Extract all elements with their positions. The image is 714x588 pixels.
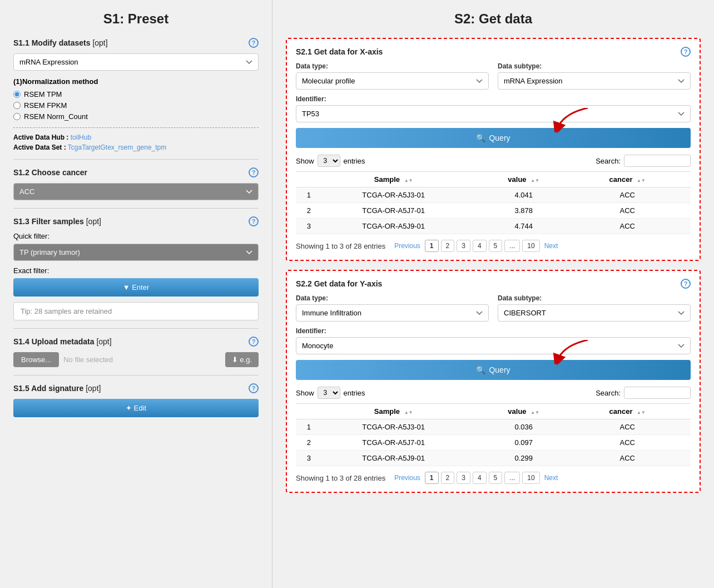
edit-button[interactable]: ✦ Edit (13, 399, 259, 417)
hub-link[interactable]: toilHub (71, 134, 91, 141)
s2-2-form-row: Data type: Immune Infiltration Data subt… (296, 294, 691, 322)
s2-1-table: Sample ▲▼ value ▲▼ cancer ▲▼ 1 TCGA-OR-A… (296, 171, 691, 234)
s2-1-next-button[interactable]: Next (542, 240, 561, 251)
s2-2-identifier-select[interactable]: Monocyte (296, 337, 691, 354)
s2-1-query-button[interactable]: 🔍 🔍 Query Query (296, 128, 691, 148)
quick-filter-label: Quick filter: (13, 232, 259, 240)
s1-2-help-icon[interactable]: ? (249, 167, 259, 177)
quick-filter-select[interactable]: TP (primary tumor) (13, 244, 259, 261)
s2-1-data-type-group: Data type: Molecular profile (296, 62, 489, 90)
s1-2-header: S1.2 Choose cancer ? (13, 167, 259, 177)
s2-2-page-1[interactable]: 1 (425, 472, 439, 484)
s2-2-query-button[interactable]: 🔍 Query (296, 360, 691, 380)
s1-3-help-icon[interactable]: ? (249, 216, 259, 226)
browse-button[interactable]: Browse... (13, 352, 59, 367)
section-divider-2 (13, 208, 259, 209)
s1-4-title: S1.4 Upload metadata [opt] (13, 337, 112, 346)
s2-1-title: S2.1 Get data for X-axis (296, 47, 383, 56)
s2-2-prev-button[interactable]: Previous (392, 472, 423, 483)
table-row: 1 TCGA-OR-A5J3-01 0.036 ACC (296, 419, 691, 435)
s2-1-search-input[interactable] (624, 155, 691, 167)
s2-2-table-controls: Show 3 entries Search: (296, 387, 691, 399)
s2-1-page-2[interactable]: 2 (441, 240, 455, 252)
s2-2-data-subtype-select[interactable]: CIBERSORT (498, 304, 691, 322)
s1-1-help-icon[interactable]: ? (249, 38, 259, 48)
s2-1-show-entries: Show 3 entries (296, 155, 365, 167)
s2-1-header: S2.1 Get data for X-axis ? (296, 47, 691, 57)
s2-2-page-5[interactable]: 5 (489, 472, 503, 484)
s2-1-search-box: Search: (596, 155, 691, 167)
s2-1-pagination: Showing 1 to 3 of 28 entries Previous 1 … (296, 240, 691, 252)
s2-2-help-icon[interactable]: ? (681, 279, 691, 289)
right-title: S2: Get data (286, 11, 701, 27)
table-row: 3 TCGA-OR-A5J9-01 4.744 ACC (296, 219, 691, 234)
s2-1-identifier-row: Identifier: TP53 (296, 95, 691, 122)
upload-row: Browse... No file selected ⬇ e.g. (13, 352, 259, 367)
s2-2-page-3[interactable]: 3 (457, 472, 470, 484)
s2-2-title: S2.2 Get data for Y-axis (296, 279, 382, 288)
s2-1-data-subtype-group: Data subtype: mRNA Expression (498, 62, 691, 90)
s2-2-page-2[interactable]: 2 (441, 472, 455, 484)
s1-3-title: S1.3 Filter samples [opt] (13, 217, 101, 226)
set-link[interactable]: TcgaTargetGtex_rsem_gene_tpm (68, 144, 166, 151)
s2-1-page-1[interactable]: 1 (425, 240, 439, 252)
active-set: Active Data Set : TcgaTargetGtex_rsem_ge… (13, 144, 259, 151)
section-divider-1 (13, 159, 259, 160)
normalization-section: (1)Normalization method RSEM TPM RSEM FP… (13, 77, 259, 121)
s1-3-header: S1.3 Filter samples [opt] ? (13, 216, 259, 226)
s1-2-title: S1.2 Choose cancer (13, 168, 87, 177)
s1-5-help-icon[interactable]: ? (249, 383, 259, 393)
s2-2-next-button[interactable]: Next (542, 472, 561, 483)
s2-1-prev-button[interactable]: Previous (392, 240, 423, 251)
s2-2-search-input[interactable] (624, 387, 691, 399)
s2-1-data-type-label: Data type: (296, 62, 489, 70)
no-file-text: No file selected (63, 355, 221, 364)
s2-1-section: S2.1 Get data for X-axis ? Data type: Mo… (286, 38, 701, 261)
s2-1-page-5[interactable]: 5 (489, 240, 503, 252)
s2-2-page-4[interactable]: 4 (473, 472, 487, 484)
s2-1-data-subtype-select[interactable]: mRNA Expression (498, 72, 691, 90)
radio-rsem-tpm[interactable]: RSEM TPM (13, 90, 259, 98)
s2-1-pagination-info: Showing 1 to 3 of 28 entries (296, 242, 385, 250)
section-divider-4 (13, 375, 259, 375)
cancer-select[interactable]: ACC (13, 183, 259, 200)
table-row: 2 TCGA-OR-A5J7-01 0.097 ACC (296, 435, 691, 451)
s2-2-identifier-row: Identifier: Monocyte (296, 327, 691, 354)
red-arrow-2 (546, 340, 591, 364)
dashed-divider (13, 127, 259, 128)
radio-rsem-norm[interactable]: RSEM Norm_Count (13, 112, 259, 121)
s2-2-data-subtype-group: Data subtype: CIBERSORT (498, 294, 691, 322)
s2-1-data-subtype-label: Data subtype: (498, 62, 691, 70)
s2-2-page-10[interactable]: 10 (522, 472, 539, 484)
s2-1-help-icon[interactable]: ? (681, 47, 691, 57)
dataset-select[interactable]: mRNA Expression (13, 53, 259, 71)
s1-4-help-icon[interactable]: ? (249, 337, 259, 347)
s2-1-page-3[interactable]: 3 (457, 240, 470, 252)
s2-2-data-type-select[interactable]: Immune Infiltration (296, 304, 489, 322)
s1-5-title: S1.5 Add signature [opt] (13, 384, 101, 393)
s2-2-entries-select[interactable]: 3 (318, 387, 340, 399)
s2-1-table-controls: Show 3 entries Search: (296, 155, 691, 167)
section-divider-3 (13, 328, 259, 329)
right-panel: S2: Get data S2.1 Get data for X-axis ? … (272, 0, 714, 588)
s2-1-entries-select[interactable]: 3 (318, 155, 340, 167)
s1-1-title: S1.1 Modify datasets [opt] (13, 38, 108, 47)
eg-button[interactable]: ⬇ e.g. (225, 352, 259, 367)
active-hub: Active Data Hub : toilHub (13, 134, 259, 141)
left-title: S1: Preset (13, 11, 259, 27)
s2-2-table: Sample ▲▼ value ▲▼ cancer ▲▼ 1 TCGA-OR-A… (296, 403, 691, 466)
red-arrow-1 (546, 108, 591, 132)
s2-1-data-type-select[interactable]: Molecular profile (296, 72, 489, 90)
s2-1-page-4[interactable]: 4 (473, 240, 487, 252)
exact-filter-label: Exact filter: (13, 266, 259, 275)
s2-1-form-row: Data type: Molecular profile Data subtyp… (296, 62, 691, 90)
s1-1-header: S1.1 Modify datasets [opt] ? (13, 38, 259, 48)
s1-5-header: S1.5 Add signature [opt] ? (13, 383, 259, 393)
enter-button[interactable]: ▼ Enter (13, 278, 259, 297)
s2-2-show-entries: Show 3 entries (296, 387, 365, 399)
table-row: 2 TCGA-OR-A5J7-01 3.878 ACC (296, 203, 691, 219)
s2-1-page-10[interactable]: 10 (522, 240, 539, 252)
radio-rsem-fpkm[interactable]: RSEM FPKM (13, 101, 259, 110)
s2-1-query-wrapper: 🔍 🔍 Query Query (296, 128, 691, 148)
s2-1-identifier-select[interactable]: TP53 (296, 105, 691, 122)
